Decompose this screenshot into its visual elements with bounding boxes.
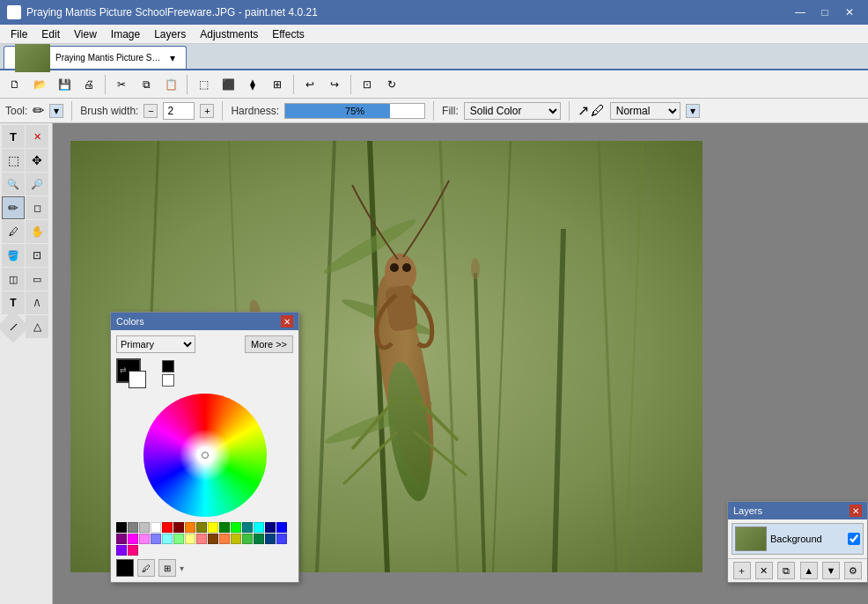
tool-options-dropdown[interactable]: ▾	[49, 104, 63, 118]
fill-select[interactable]: Solid Color	[464, 102, 561, 120]
palette-color-cell[interactable]	[116, 545, 127, 556]
gradient-tool-btn[interactable]: ◫	[2, 268, 25, 291]
color-picker-btn[interactable]: 🖊	[2, 220, 25, 243]
palette-color-cell[interactable]	[242, 534, 253, 544]
redo-button[interactable]: ↪	[323, 73, 346, 96]
palette-color-cell[interactable]	[139, 522, 150, 533]
palette-color-cell[interactable]	[128, 522, 138, 533]
palette-color-cell[interactable]	[276, 534, 287, 544]
crop-button[interactable]: ⊞	[266, 73, 289, 96]
eraser-tool-btn[interactable]: ◻	[26, 196, 48, 219]
layer-properties-button[interactable]: ⚙	[844, 562, 862, 579]
palette-color-cell[interactable]	[196, 522, 207, 533]
colors-more-button[interactable]: More >>	[245, 335, 293, 353]
pan-tool-btn[interactable]: ✋	[26, 220, 48, 243]
black-swatch[interactable]	[162, 360, 174, 372]
duplicate-layer-button[interactable]: ⧉	[777, 562, 795, 579]
colors-mode-select[interactable]: Primary	[116, 335, 195, 353]
hardness-slider[interactable]: 75%	[284, 103, 425, 119]
menu-layers[interactable]: Layers	[147, 26, 193, 42]
blend-options[interactable]: ▾	[686, 104, 700, 118]
menu-image[interactable]: Image	[104, 26, 147, 42]
resize-button[interactable]: ⊡	[356, 73, 379, 96]
zoom-out-btn[interactable]: 🔍	[26, 173, 48, 195]
palette-color-cell[interactable]	[231, 522, 241, 533]
color-wheel-container[interactable]	[143, 394, 267, 517]
palette-color-cell[interactable]	[265, 522, 276, 533]
color-wheel[interactable]	[143, 394, 267, 517]
palette-color-cell[interactable]	[162, 534, 173, 544]
canvas-area[interactable]: Colors ✕ Primary More >> ⇄	[53, 123, 868, 604]
add-layer-button[interactable]: ＋	[733, 562, 751, 579]
brush-width-increase[interactable]: +	[200, 104, 214, 118]
menu-view[interactable]: View	[67, 26, 104, 42]
palette-color-cell[interactable]	[128, 534, 138, 544]
paste-button[interactable]: 📋	[159, 73, 182, 96]
text-tool-btn[interactable]: T	[2, 125, 25, 148]
menu-adjustments[interactable]: Adjustments	[193, 26, 265, 42]
menu-file[interactable]: File	[4, 26, 34, 42]
palette-color-cell[interactable]	[208, 522, 218, 533]
palette-color-cell[interactable]	[128, 545, 138, 556]
palette-color-cell[interactable]	[254, 534, 264, 544]
rect-select-btn[interactable]: ▭	[26, 268, 48, 291]
menu-effects[interactable]: Effects	[265, 26, 311, 42]
move-layer-down-button[interactable]: ▼	[822, 562, 840, 579]
foot-primary-swatch[interactable]	[116, 559, 134, 577]
lasso-tool-btn[interactable]: ⬚	[2, 149, 25, 172]
palette-color-cell[interactable]	[276, 522, 287, 533]
palette-color-cell[interactable]	[231, 534, 241, 544]
palette-color-cell[interactable]	[116, 534, 127, 544]
close-selection-btn[interactable]: ✕	[26, 125, 48, 148]
move-tool-btn[interactable]: ✥	[26, 149, 48, 172]
palette-color-cell[interactable]	[219, 522, 230, 533]
palette-color-cell[interactable]	[116, 522, 127, 533]
cut-button[interactable]: ✂	[110, 73, 133, 96]
palette-color-cell[interactable]	[265, 534, 276, 544]
menu-edit[interactable]: Edit	[34, 26, 67, 42]
path-tool-btn[interactable]: /\	[26, 291, 48, 314]
palette-color-cell[interactable]	[185, 522, 195, 533]
new-button[interactable]: 🗋	[4, 73, 26, 96]
open-button[interactable]: 📂	[28, 73, 51, 96]
rotate-button[interactable]: ↻	[380, 73, 403, 96]
copy-button[interactable]: ⧉	[135, 73, 158, 96]
pencil-tool-btn[interactable]: ✏	[2, 196, 25, 219]
layers-panel-close[interactable]: ✕	[850, 505, 862, 517]
select-all-button[interactable]: ⬛	[217, 73, 239, 96]
close-button[interactable]: ✕	[838, 4, 861, 21]
invert-button[interactable]: ⧫	[241, 73, 264, 96]
move-layer-up-button[interactable]: ▲	[800, 562, 818, 579]
colors-panel-close[interactable]: ✕	[281, 315, 293, 328]
delete-layer-button[interactable]: ✕	[755, 562, 773, 579]
white-swatch[interactable]	[162, 374, 174, 387]
blend-select[interactable]: Normal	[610, 102, 680, 120]
palette-color-cell[interactable]	[254, 522, 264, 533]
palette-color-cell[interactable]	[151, 534, 161, 544]
eyedropper-icon[interactable]: 🖊	[137, 559, 155, 577]
layer-row-background[interactable]: Background	[732, 523, 864, 555]
paint-bucket-btn[interactable]: 🪣	[2, 244, 25, 267]
zoom-in-btn[interactable]: 🔍	[2, 173, 25, 195]
palette-color-cell[interactable]	[185, 534, 195, 544]
print-button[interactable]: 🖨	[77, 73, 100, 96]
undo-button[interactable]: ↩	[298, 73, 321, 96]
palette-icon[interactable]: ⊞	[158, 559, 176, 577]
palette-color-cell[interactable]	[151, 522, 161, 533]
image-tab[interactable]: Praying Mantis Picture SchoolFreeware.JP…	[4, 46, 187, 69]
secondary-swatch[interactable]	[129, 371, 146, 388]
swap-colors-btn[interactable]: ⇄	[120, 365, 127, 374]
palette-color-cell[interactable]	[173, 534, 184, 544]
save-button[interactable]: 💾	[53, 73, 76, 96]
palette-color-cell[interactable]	[219, 534, 230, 544]
brush-width-input[interactable]	[163, 102, 195, 120]
minimize-button[interactable]: —	[789, 4, 812, 21]
palette-color-cell[interactable]	[162, 522, 173, 533]
palette-color-cell[interactable]	[196, 534, 207, 544]
palette-color-cell[interactable]	[173, 522, 184, 533]
palette-color-cell[interactable]	[242, 522, 253, 533]
layer-visibility-checkbox[interactable]	[848, 533, 860, 545]
palette-color-cell[interactable]	[139, 534, 150, 544]
fill-tool-btn[interactable]: ⊡	[26, 244, 48, 267]
tab-dropdown-arrow[interactable]: ▾	[170, 52, 175, 64]
